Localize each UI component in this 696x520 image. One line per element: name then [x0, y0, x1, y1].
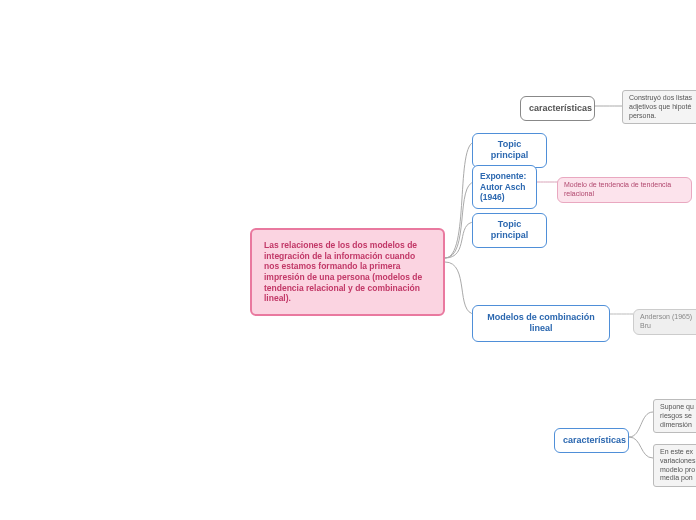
node-combinacion-lineal[interactable]: Modelos de combinación lineal: [472, 305, 610, 342]
node-caracteristicas-top[interactable]: características: [520, 96, 595, 121]
root-node[interactable]: Las relaciones de los dos modelos de int…: [250, 228, 445, 316]
node-caracteristicas-bottom[interactable]: características: [554, 428, 629, 453]
node-modelo-relacional[interactable]: Modelo de tendencia de tendencia relacio…: [557, 177, 692, 203]
node-label: En este ex variaciones modelo pro media …: [660, 448, 695, 481]
node-label: Anderson (1965) Bru: [640, 313, 692, 329]
node-topic-principal-1[interactable]: Topic principal: [472, 133, 547, 168]
node-label: características: [529, 103, 592, 113]
node-supone[interactable]: Supone qu riesgos se dimensión: [653, 399, 696, 433]
node-anderson[interactable]: Anderson (1965) Bru: [633, 309, 696, 335]
node-en-este[interactable]: En este ex variaciones modelo pro media …: [653, 444, 696, 487]
root-text: Las relaciones de los dos modelos de int…: [264, 240, 422, 303]
node-exponente-asch[interactable]: Exponente: Autor Asch (1946): [472, 165, 537, 209]
node-label: Supone qu riesgos se dimensión: [660, 403, 694, 428]
node-label: características: [563, 435, 626, 445]
node-label: Topic principal: [491, 139, 529, 160]
node-construyo[interactable]: Construyó dos listas adjetivos que hipot…: [622, 90, 696, 124]
node-topic-principal-2[interactable]: Topic principal: [472, 213, 547, 248]
node-label: Construyó dos listas adjetivos que hipot…: [629, 94, 692, 119]
node-label: Exponente: Autor Asch (1946): [480, 171, 526, 202]
node-label: Modelos de combinación lineal: [487, 312, 595, 333]
node-label: Topic principal: [491, 219, 529, 240]
node-label: Modelo de tendencia de tendencia relacio…: [564, 181, 671, 197]
